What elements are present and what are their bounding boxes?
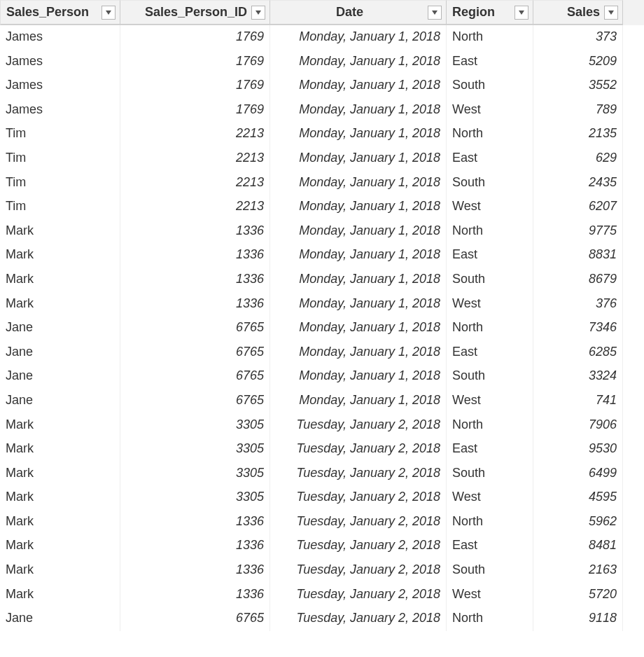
- cell-region: East: [447, 243, 533, 268]
- cell-id: 1769: [120, 98, 270, 123]
- table-row[interactable]: Mark3305Tuesday, January 2, 2018West4595: [0, 485, 644, 510]
- column-header-person[interactable]: Sales_Person: [0, 0, 120, 25]
- cell-date: Monday, January 1, 2018: [270, 25, 447, 50]
- cell-person: Jane: [0, 340, 120, 365]
- cell-date: Monday, January 1, 2018: [270, 171, 447, 195]
- cell-person: Mark: [0, 268, 120, 292]
- cell-person: Mark: [0, 485, 120, 510]
- filter-dropdown-icon[interactable]: [428, 6, 442, 20]
- cell-region: West: [447, 389, 533, 413]
- cell-date: Tuesday, January 2, 2018: [270, 607, 447, 631]
- cell-sales: 8831: [533, 243, 623, 268]
- cell-person: James: [0, 25, 120, 50]
- table-body: James1769Monday, January 1, 2018North373…: [0, 25, 644, 657]
- table-row[interactable]: Jane6765Monday, January 1, 2018West741: [0, 389, 644, 413]
- column-header-sales[interactable]: Sales: [533, 0, 623, 25]
- table-row[interactable]: Tim2213Monday, January 1, 2018North2135: [0, 122, 644, 146]
- table-row[interactable]: Mark3305Tuesday, January 2, 2018North790…: [0, 413, 644, 438]
- table-row[interactable]: Tim2213Monday, January 1, 2018South2435: [0, 171, 644, 195]
- table-row[interactable]: James1769Monday, January 1, 2018North373: [0, 25, 644, 50]
- cell-person: Jane: [0, 316, 120, 340]
- cell-sales: 3552: [533, 74, 623, 98]
- cell-region: East: [447, 146, 533, 171]
- cell-id: 1336: [120, 583, 270, 607]
- table-row[interactable]: James1769Monday, January 1, 2018East5209: [0, 50, 644, 74]
- cell-person: James: [0, 74, 120, 98]
- table-row[interactable]: Mark1336Tuesday, January 2, 2018South216…: [0, 558, 644, 583]
- table-row[interactable]: Jane6765Monday, January 1, 2018South3324: [0, 364, 644, 389]
- cell-id: 3305: [120, 485, 270, 510]
- cell-sales: 5962: [533, 510, 623, 534]
- cell-sales: 6499: [533, 462, 623, 486]
- column-header-region[interactable]: Region: [447, 0, 533, 25]
- column-header-date[interactable]: Date: [270, 0, 447, 25]
- table-row[interactable]: James1769Monday, January 1, 2018South355…: [0, 74, 644, 98]
- filter-dropdown-icon[interactable]: [251, 6, 265, 20]
- cell-region: West: [447, 98, 533, 123]
- cell-id: 1336: [120, 292, 270, 317]
- cell-person: Mark: [0, 510, 120, 534]
- cell-id: 2213: [120, 146, 270, 171]
- table-row[interactable]: Mark1336Tuesday, January 2, 2018East8481: [0, 534, 644, 558]
- filter-dropdown-icon[interactable]: [102, 6, 115, 20]
- table-row[interactable]: Mark1336Tuesday, January 2, 2018North596…: [0, 510, 644, 534]
- table-row[interactable]: Mark1336Monday, January 1, 2018South8679: [0, 268, 644, 292]
- cell-sales: 376: [533, 292, 623, 317]
- filter-dropdown-icon[interactable]: [604, 6, 618, 20]
- cell-region: West: [447, 485, 533, 510]
- cell-date: Monday, January 1, 2018: [270, 316, 447, 340]
- cell-date: Monday, January 1, 2018: [270, 340, 447, 365]
- cell-region: North: [447, 25, 533, 50]
- cell-sales: 8481: [533, 534, 623, 558]
- table-row[interactable]: Mark3305Tuesday, January 2, 2018South649…: [0, 462, 644, 486]
- cell-person: Mark: [0, 219, 120, 244]
- table-row[interactable]: Mark1336Monday, January 1, 2018East8831: [0, 243, 644, 268]
- table-row[interactable]: James1769Monday, January 1, 2018West789: [0, 98, 644, 123]
- cell-id: 6765: [120, 607, 270, 631]
- table-row[interactable]: Mark1336Monday, January 1, 2018West376: [0, 292, 644, 317]
- column-header-id[interactable]: Sales_Person_ID: [120, 0, 270, 25]
- cell-sales: 8679: [533, 268, 623, 292]
- cell-person: Mark: [0, 558, 120, 583]
- cell-region: East: [447, 437, 533, 462]
- table-row[interactable]: Tim2213Monday, January 1, 2018East629: [0, 146, 644, 171]
- table-row[interactable]: Jane6765Monday, January 1, 2018North7346: [0, 316, 644, 340]
- table-row[interactable]: Jane6765Tuesday, January 2, 2018North911…: [0, 607, 644, 631]
- cell-sales: 2135: [533, 122, 623, 146]
- cell-id: 3305: [120, 413, 270, 438]
- cell-person: Mark: [0, 462, 120, 486]
- table-row[interactable]: Jane6765Monday, January 1, 2018East6285: [0, 340, 644, 365]
- filter-dropdown-icon[interactable]: [514, 6, 528, 20]
- cell-date: Monday, January 1, 2018: [270, 146, 447, 171]
- cell-person: Tim: [0, 195, 120, 219]
- table-row[interactable]: Mark3305Tuesday, January 2, 2018East9530: [0, 437, 644, 462]
- cell-person: Mark: [0, 437, 120, 462]
- cell-person: Jane: [0, 364, 120, 389]
- column-header-label: Sales_Person_ID: [126, 5, 247, 20]
- table-row[interactable]: Tim2213Monday, January 1, 2018West6207: [0, 195, 644, 219]
- table-row[interactable]: Mark1336Monday, January 1, 2018North9775: [0, 219, 644, 244]
- cell-id: 1336: [120, 268, 270, 292]
- cell-region: South: [447, 462, 533, 486]
- cell-date: Tuesday, January 2, 2018: [270, 485, 447, 510]
- cell-region: West: [447, 583, 533, 607]
- cell-person: Tim: [0, 171, 120, 195]
- cell-region: North: [447, 316, 533, 340]
- cell-person: Mark: [0, 243, 120, 268]
- cell-region: South: [447, 268, 533, 292]
- cell-date: Tuesday, January 2, 2018: [270, 534, 447, 558]
- cell-date: Monday, January 1, 2018: [270, 364, 447, 389]
- cell-person: Jane: [0, 389, 120, 413]
- cell-person: Jane: [0, 607, 120, 631]
- cell-id: 2213: [120, 195, 270, 219]
- column-header-label: Region: [452, 5, 495, 20]
- cell-date: Monday, January 1, 2018: [270, 292, 447, 317]
- cell-id: 2213: [120, 122, 270, 146]
- cell-region: South: [447, 364, 533, 389]
- cell-id: 1336: [120, 243, 270, 268]
- cell-person: Mark: [0, 413, 120, 438]
- table-row[interactable]: Mark1336Tuesday, January 2, 2018West5720: [0, 583, 644, 607]
- cell-person: Mark: [0, 583, 120, 607]
- cell-sales: 6285: [533, 340, 623, 365]
- cell-date: Monday, January 1, 2018: [270, 243, 447, 268]
